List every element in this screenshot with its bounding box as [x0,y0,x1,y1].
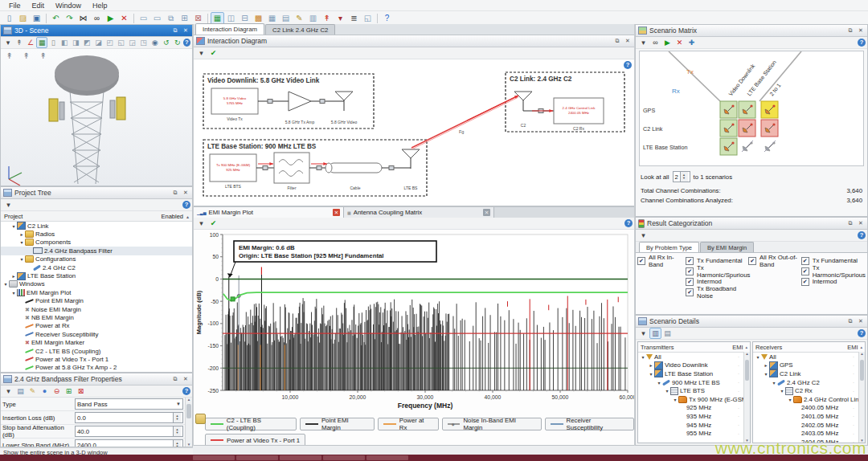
tree-item-2402-05-mhz[interactable]: 2402.05 MHz· [753,421,859,430]
tree-item-power-at-rx[interactable]: Power at Rx [1,322,192,330]
menu-edit[interactable]: Edit [27,2,51,10]
property-spinbox[interactable]: 40.0▲▼ [75,426,183,437]
legend-power-at-rx[interactable]: Power at Rx [378,418,439,430]
find-icon[interactable]: ∞ [90,12,104,25]
help-icon[interactable]: ? [624,219,633,227]
scenario-depth-spinner[interactable]: 2 ▲▼ [673,171,690,182]
view-right-icon[interactable]: ◪ [92,37,104,48]
menu-window[interactable]: Window [50,2,87,10]
close-icon[interactable]: ✕ [857,220,865,226]
tree-item-emi-margin-plot[interactable]: ▾EMI Margin Plot [1,288,192,296]
doc-tab-interaction-diagram[interactable]: Interaction Diagram [195,23,264,35]
float-icon[interactable]: ⧉ [846,318,854,324]
tree-item-receiver-susceptibility[interactable]: Receiver Susceptibility [1,330,192,338]
emi-column-header[interactable]: EMI [732,344,743,351]
tree-item-emi-margin-marker[interactable]: ✖EMI Margin Marker [1,338,192,346]
doc-tab-c2-link-2-4-ghz-c2[interactable]: C2 Link 2.4 GHz C2 [265,24,335,35]
help-icon[interactable]: ? [858,329,866,337]
hourglass-icon[interactable]: ⋈ [76,12,90,25]
edit-pencil-icon[interactable]: ✎ [293,12,306,25]
calc-tool-icon[interactable]: ≣ [347,12,361,25]
close-icon[interactable]: ✕ [624,38,632,44]
view-front-icon[interactable]: ◧ [59,37,70,48]
checkbox-all-rx-in-band[interactable]: ✔All Rx In-Band [637,255,686,266]
legend-receiver-susceptibility[interactable]: Receiver Susceptibility [545,418,634,430]
tree-item-power-at-5-8-ghz-tx-amp-2[interactable]: Power at 5.8 GHz Tx Amp - 2 [1,364,192,372]
emi-column-header[interactable]: EMI [847,344,858,351]
edit-pencil-icon[interactable]: ✎ [27,386,39,397]
validation-check-icon[interactable]: ✔ [207,47,219,59]
view-bars-icon[interactable]: ▥ [649,328,661,339]
help-icon[interactable]: ? [858,39,866,47]
menu-file[interactable]: File [3,2,27,10]
new-view-icon[interactable]: ◱ [361,12,375,25]
tree-item-2-4-ghz-bandpass-filter[interactable]: 2.4 GHz Bandpass Filter [1,247,192,255]
properties-scrollbar[interactable]: ▲▼ [185,398,192,447]
expander-open-icon[interactable]: ▾ [10,290,17,296]
panel-menu-icon[interactable]: ▾ [637,230,649,241]
tree-item-955-mhz[interactable]: 955 MHz· [638,429,744,438]
help-icon[interactable]: ? [858,231,866,239]
panel-menu-icon[interactable]: ▾ [2,386,14,397]
tree-item-2400-05-mhz[interactable]: 2400.05 MHz· [753,404,859,413]
new-file-icon[interactable]: ▯ [2,12,16,25]
coupling-matrix-icon[interactable]: ▦ [265,12,279,25]
antenna-tool-icon[interactable]: ↟ [320,12,334,25]
matrix-cell-gps-lte-base-station[interactable] [739,101,755,118]
tree-item-tx-900-mhz-e-gsm-[interactable]: ▾Tx 900 MHz (E-GSM)· [638,395,744,404]
receivers-scrollbar[interactable]: ▲▼ [858,352,865,443]
remove-icon[interactable]: ⊖ [51,386,63,397]
expander-open-icon[interactable]: ▾ [763,371,769,377]
float-icon[interactable]: ⧉ [613,38,621,44]
expander-closed-icon[interactable]: ▸ [648,362,654,368]
panel-menu-icon[interactable]: ▾ [195,218,207,229]
help-icon[interactable]: ? [624,61,632,69]
panel-menu-icon[interactable]: ▾ [2,199,14,210]
redo-icon[interactable]: ↷ [63,12,76,25]
tree-item-lte-base-station[interactable]: ▾LTE Base Station· [638,369,744,378]
view-fit-icon[interactable]: ◉ [149,37,161,48]
cat-tab-by-emi-margin[interactable]: By EMI Margin [700,242,754,252]
float-icon[interactable]: ⧉ [171,190,179,196]
float-icon[interactable]: ⧉ [171,376,179,382]
cascade-windows-icon[interactable]: ⧉ [164,12,178,25]
checkbox-tx-harmonic-spurious[interactable]: ✔Tx Harmonic/Spurious [801,266,866,276]
legend-c2-lte-bs-coupling-[interactable]: C2 - LTE BS (Coupling) [205,418,297,430]
panel-menu-icon[interactable]: ▾ [195,47,207,59]
expander-closed-icon[interactable]: ▸ [763,362,769,368]
antenna-marker-3-icon[interactable]: ↟ [36,50,50,63]
tree-item-2-4-ghz-control-link[interactable]: ▾2.4 GHz Control Link· [753,395,859,404]
view-iso-icon[interactable]: ◲ [127,37,138,48]
property-spinbox[interactable]: 2400.0▲▼ [75,439,183,447]
legend-power-at-video-tx-port-1[interactable]: Power at Video Tx - Port 1 [205,434,305,445]
menu-help[interactable]: Help [87,2,113,10]
open-file-icon[interactable]: ▨ [16,12,30,25]
tree-item-c2-link[interactable]: ▾C2 Link [1,222,192,230]
tree-item-video-downlink[interactable]: ▸Video Downlink· [638,361,744,370]
close-icon[interactable]: ✕ [857,318,865,324]
tree-item-2403-05-mhz[interactable]: 2403.05 MHz· [753,429,859,438]
checkbox-tx-broadband-noise[interactable]: ✔Tx Broadband Noise [686,287,748,297]
add-table-icon[interactable]: ⊞ [63,386,75,397]
matrix-cell-lte-base-station-video-downlink[interactable] [720,138,737,155]
tree-item-power-at-video-tx-port-1[interactable]: Power at Video Tx - Port 1 [1,355,192,363]
matrix-cell-gps-video-downlink[interactable] [720,101,737,118]
panel-menu-icon[interactable]: ▾ [2,37,14,48]
move-tool-icon[interactable]: ✚ [686,37,698,48]
tile-windows-icon[interactable]: ⊞ [178,12,191,25]
validation-check-icon[interactable]: ✔ [207,218,219,229]
axes-toggle-icon[interactable]: ∠ [25,37,36,48]
checkbox-all-rx-out-of-band[interactable]: ✔All Rx Out-of-Band [748,255,801,266]
expander-open-icon[interactable]: ▾ [2,281,9,287]
tab-close-icon[interactable]: ✕ [333,209,340,216]
expander-open-icon[interactable]: ▾ [18,256,25,262]
property-select[interactable]: Band Pass▼ [75,398,183,410]
legend-noise-in-band-emi-margin[interactable]: ◆Noise In-Band EMI Margin [442,418,542,430]
run-icon[interactable]: ▶ [104,12,117,25]
tree-item-noise-emi-margin[interactable]: ✖Noise EMI Margin [1,305,192,313]
antenna-marker-2-icon[interactable]: ↟ [19,50,33,63]
tree-item-lte-base-station[interactable]: ▸LTE Base Station [1,271,192,279]
close-icon[interactable]: ✕ [857,27,865,34]
binoculars-icon[interactable]: ∞ [649,37,661,48]
expander-open-icon[interactable]: ▾ [787,397,793,402]
